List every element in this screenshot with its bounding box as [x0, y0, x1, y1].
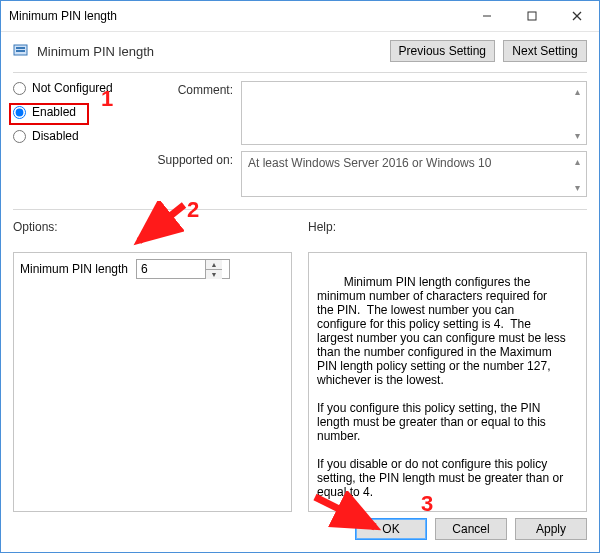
comment-label: Comment: [147, 81, 237, 145]
option-min-pin-length: Minimum PIN length ▲ ▼ [20, 259, 285, 279]
close-button[interactable] [554, 1, 599, 31]
spinner-buttons: ▲ ▼ [205, 260, 222, 279]
scroll-up-icon[interactable]: ▴ [570, 84, 584, 98]
ok-button[interactable]: OK [355, 518, 427, 540]
scroll-up-icon[interactable]: ▴ [570, 154, 584, 168]
min-pin-length-spinner[interactable]: ▲ ▼ [136, 259, 230, 279]
lower-panes: Options: Minimum PIN length ▲ ▼ Help: [1, 210, 599, 512]
minimize-button[interactable] [464, 1, 509, 31]
radio-not-configured-input[interactable] [13, 82, 26, 95]
maximize-button[interactable] [509, 1, 554, 31]
header-row: Minimum PIN length Previous Setting Next… [1, 32, 599, 72]
help-panel[interactable]: Minimum PIN length configures the minimu… [308, 252, 587, 512]
supported-on-textbox: At least Windows Server 2016 or Windows … [241, 151, 587, 197]
option-field-label: Minimum PIN length [20, 262, 128, 276]
settings-area: Not Configured Enabled Disabled Comment:… [1, 73, 599, 201]
help-section: Help: Minimum PIN length configures the … [308, 220, 587, 512]
comment-textbox[interactable]: ▴ ▾ [241, 81, 587, 145]
help-label: Help: [308, 220, 587, 234]
help-text: Minimum PIN length configures the minimu… [317, 275, 569, 512]
svg-rect-5 [16, 47, 25, 49]
policy-editor-window: Minimum PIN length Minimum PIN length Pr… [0, 0, 600, 553]
dialog-buttons: OK Cancel Apply [355, 518, 587, 540]
window-controls [464, 1, 599, 31]
scroll-down-icon[interactable]: ▾ [570, 180, 584, 194]
radio-not-configured-label: Not Configured [32, 81, 113, 95]
radio-enabled-label: Enabled [32, 105, 76, 119]
policy-title: Minimum PIN length [37, 44, 154, 59]
previous-setting-button[interactable]: Previous Setting [390, 40, 495, 62]
options-label: Options: [13, 220, 292, 234]
radio-disabled-input[interactable] [13, 130, 26, 143]
apply-button[interactable]: Apply [515, 518, 587, 540]
radio-not-configured[interactable]: Not Configured [13, 81, 143, 95]
spinner-up-button[interactable]: ▲ [206, 260, 222, 269]
options-panel: Minimum PIN length ▲ ▼ [13, 252, 292, 512]
next-setting-button[interactable]: Next Setting [503, 40, 587, 62]
scroll-down-icon[interactable]: ▾ [570, 128, 584, 142]
options-section: Options: Minimum PIN length ▲ ▼ [13, 220, 292, 512]
radio-enabled[interactable]: Enabled [13, 105, 143, 119]
min-pin-length-input[interactable] [137, 260, 205, 278]
titlebar: Minimum PIN length [1, 1, 599, 32]
radio-disabled-label: Disabled [32, 129, 79, 143]
supported-on-value: At least Windows Server 2016 or Windows … [248, 156, 491, 170]
state-radios: Not Configured Enabled Disabled [13, 81, 143, 197]
spinner-down-button[interactable]: ▼ [206, 269, 222, 279]
radio-disabled[interactable]: Disabled [13, 129, 143, 143]
policy-heading: Minimum PIN length [13, 43, 154, 59]
policy-icon [13, 43, 31, 59]
cancel-button[interactable]: Cancel [435, 518, 507, 540]
svg-rect-6 [16, 50, 25, 52]
radio-enabled-input[interactable] [13, 106, 26, 119]
svg-rect-1 [528, 12, 536, 20]
window-title: Minimum PIN length [9, 9, 117, 23]
supported-on-label: Supported on: [147, 151, 237, 197]
nav-buttons: Previous Setting Next Setting [390, 40, 587, 62]
